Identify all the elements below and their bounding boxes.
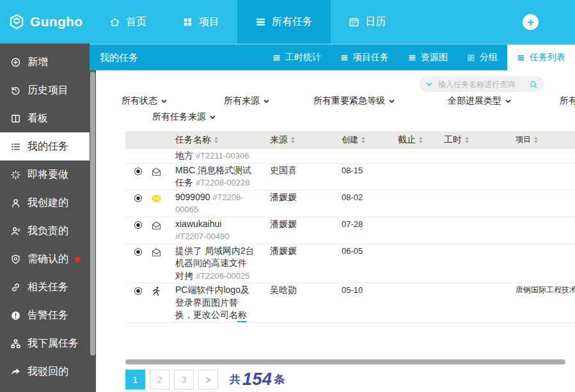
mail-open-icon[interactable] [151,247,169,258]
column-header[interactable]: 工时 [444,134,516,146]
table-row[interactable]: 9099090 #T2208-00065潘媛媛08-02 [125,191,575,217]
sidebar-item-need-confirm[interactable]: 需确认的 [0,245,90,273]
task-name-cell[interactable]: 地方 #T2211-00306 [175,150,270,162]
filter-priority[interactable]: 所有重要紧急等级 [313,95,395,107]
tab-hours-stats[interactable]: 工时统计 [263,45,331,70]
page-button-1[interactable]: 1 [125,370,145,389]
filter-source[interactable]: 所有来源 [224,95,270,107]
radio-icon[interactable] [133,193,143,203]
filter-more[interactable]: 所有 [560,95,575,107]
task-name[interactable]: xiawukaihui [175,219,221,229]
mail-unread-icon[interactable] [151,193,169,204]
sidebar-item-new[interactable]: 新增 [0,48,90,76]
sidebar-item-history-projects[interactable]: 历史项目 [0,76,90,104]
sidebar-item-created-by-me[interactable]: 我创建的 [0,189,90,217]
add-button[interactable]: + [523,14,539,30]
sort-icon[interactable] [465,137,469,143]
mail-open-icon[interactable] [151,166,169,177]
user-icon [10,198,21,208]
sidebar-item-upcoming[interactable]: 即将要做 [0,161,90,189]
column-label: 工时 [444,134,462,146]
sidebar-scrollbar-thumb[interactable] [90,72,95,356]
column-header[interactable]: 来源 [270,134,342,146]
sidebar-item-my-rejected[interactable]: 我驳回的 [0,357,90,386]
task-name[interactable]: PC端软件内logo及登录界面图片替换，更改公司名称 [175,285,249,320]
total-suffix: 条 [274,372,285,387]
radio-icon[interactable] [133,247,143,257]
tab-task-list[interactable]: 任务列表 [507,45,575,70]
sidebar-item-alert-tasks[interactable]: 告警任务 [0,301,90,329]
filter-progress-type[interactable]: 全部进展类型 [448,95,512,107]
column-label: 来源 [270,134,288,146]
gungho-logo[interactable]: Gungho [0,0,91,43]
task-hours [444,284,516,322]
task-name-cell[interactable]: 提供了 局域网内2台机器间的高速文件对拷 #T2206-00025 [175,245,270,283]
tab-resource-graph[interactable]: 资源图 [398,45,457,70]
task-due-date [398,245,444,283]
task-hours [444,191,516,216]
radio-icon[interactable] [133,166,143,176]
task-name-cell[interactable]: xiawukaihui #T2207-00490 [175,218,270,243]
table-row[interactable]: MBC 消息格式测试任务 #T2208-00228史国喜08-15 [125,164,575,191]
search-input[interactable] [437,79,525,90]
task-name-cell[interactable]: MBC 消息格式测试任务 #T2208-00228 [175,164,270,189]
search-icon [529,80,538,89]
task-created-date: 06-05 [342,245,398,283]
gungho-logo-icon [8,13,25,30]
pagination: 123 > 共 154 条 [125,370,285,389]
sort-icon[interactable] [419,137,423,143]
task-project [516,218,575,243]
task-id: #T2208-00228 [196,178,250,187]
sidebar-item-my-tasks[interactable]: 我的任务 [0,132,90,161]
mail-open-icon[interactable] [151,220,169,231]
next-page-button[interactable]: > [198,370,218,389]
sidebar-item-subordinate-tasks[interactable]: 我下属任务 [0,329,90,357]
caret-down-icon [505,98,512,105]
nav-item-all-tasks[interactable]: 所有任务 [237,0,331,43]
caret-down-icon[interactable] [425,81,433,88]
task-name-cell[interactable]: 9099090 #T2208-00065 [175,191,270,216]
tab-project-tasks[interactable]: 项目任务 [331,45,398,70]
table-row[interactable]: PC端软件内logo及登录界面图片替换，更改公司名称吴晗勋05-10唐钢国际工程… [125,283,575,323]
sidebar-item-kanban[interactable]: 看板 [0,104,90,132]
listbars-icon [272,54,281,62]
task-id: #T2206-00025 [196,271,250,281]
nav-item-calendar[interactable]: 日历 [331,0,404,43]
table-row[interactable]: 地方 #T2211-00306 [125,149,575,164]
task-name[interactable]: 地方 [175,150,193,161]
top-navigation: 首页项目所有任务日历 [91,0,404,43]
table-row[interactable]: xiawukaihui #T2207-00490潘媛媛07-28 [125,217,575,244]
task-due-date [398,164,444,189]
sort-icon[interactable] [361,137,365,143]
page-buttons: 123 [125,370,194,389]
table-header: 任务名称来源创建截止工时项目 [125,131,575,149]
filter-task-source[interactable]: 所有任务来源 [152,111,216,123]
radio-icon[interactable] [133,286,143,296]
sort-icon[interactable] [214,137,218,143]
task-name-cell[interactable]: PC端软件内logo及登录界面图片替换，更改公司名称 [175,284,270,322]
sidebar-item-related-tasks[interactable]: 相关任务 [0,273,90,301]
filter-status[interactable]: 所有状态 [122,95,168,107]
tab-grouping[interactable]: 分组 [457,45,507,70]
page-button-2[interactable]: 2 [150,370,169,389]
sidebar-item-my-responsible[interactable]: 我负责的 [0,217,90,245]
horizontal-scrollbar[interactable] [125,359,565,365]
search-button[interactable] [529,80,538,89]
task-name[interactable]: 9099090 [175,192,210,202]
nav-item-home[interactable]: 首页 [91,0,164,43]
column-header[interactable]: 任务名称 [175,134,270,146]
task-project [516,164,575,189]
table-row[interactable]: 提供了 局域网内2台机器间的高速文件对拷 #T2206-00025潘媛媛06-0… [125,244,575,284]
runner-icon[interactable] [151,286,169,297]
sidebar-item-label: 我驳回的 [28,365,68,379]
column-header[interactable]: 创建 [342,134,398,146]
sort-icon[interactable] [291,137,295,143]
sort-icon[interactable] [534,137,538,143]
group-icon [467,54,475,62]
radio-icon[interactable] [133,220,143,230]
page-button-3[interactable]: 3 [174,370,194,389]
column-header[interactable]: 截止 [398,134,444,146]
column-header[interactable]: 项目 [516,134,575,146]
nav-item-projects[interactable]: 项目 [164,0,237,43]
filter-label: 全部进展类型 [448,95,501,107]
